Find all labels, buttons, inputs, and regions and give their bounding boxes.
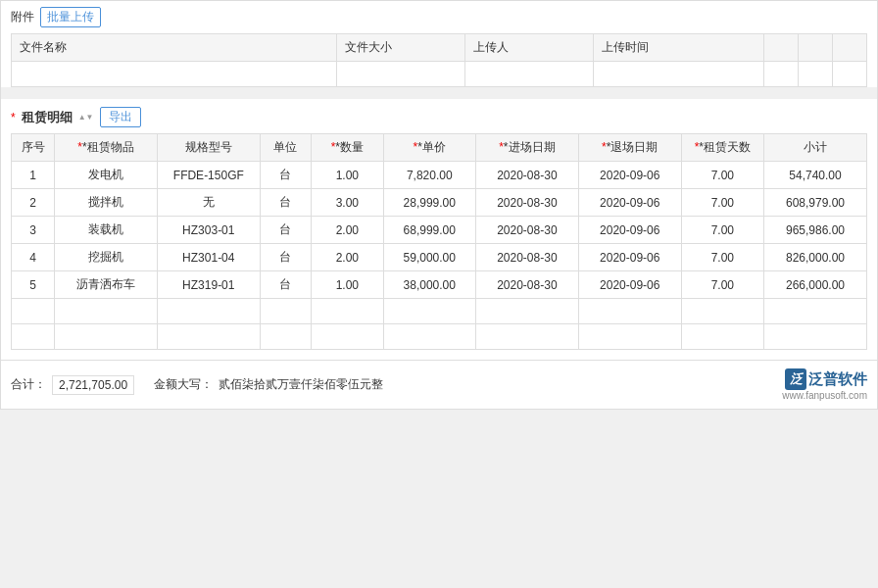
main-container: 附件 批量上传 文件名称 文件大小 上传人 上传时间 <box>0 0 878 410</box>
cell-item: 搅拌机 <box>55 189 158 217</box>
cell-qty: 1.00 <box>312 162 383 189</box>
cell-subtotal: 826,000.00 <box>764 244 867 271</box>
empty-rental-row <box>12 299 867 324</box>
col-filesize: 文件大小 <box>336 34 464 62</box>
total-value: 2,721,705.00 <box>52 375 134 395</box>
th-entry-date: **进场日期 <box>475 134 578 162</box>
cell-seq: 1 <box>12 162 55 189</box>
empty-rental-row <box>12 324 867 350</box>
cell-price: 59,000.00 <box>383 244 475 271</box>
batch-upload-button[interactable]: 批量上传 <box>40 7 101 27</box>
cell-subtotal: 965,986.00 <box>764 217 867 244</box>
cell-qty: 2.00 <box>312 244 383 271</box>
th-seq: 序号 <box>12 134 55 162</box>
attachment-header: 附件 批量上传 <box>11 7 867 27</box>
logo-url: www.fanpusoft.com <box>782 390 867 401</box>
cell-item: 沥青洒布车 <box>55 271 158 299</box>
cell-unit: 台 <box>260 189 311 217</box>
cell-qty: 2.00 <box>312 217 383 244</box>
cell-qty: 1.00 <box>312 271 383 299</box>
cell-seq: 2 <box>12 189 55 217</box>
sort-icon[interactable]: ▲▼ <box>78 114 94 122</box>
cell-exit_date: 2020-09-06 <box>578 271 681 299</box>
attachment-empty-row <box>12 62 867 87</box>
rental-section: * 租赁明细 ▲▼ 导出 序号 **租赁物品 规格型号 单位 **数量 <box>1 99 877 360</box>
rental-row-2: 2搅拌机无台3.0028,999.002020-08-302020-09-067… <box>12 189 867 217</box>
cell-price: 7,820.00 <box>383 162 475 189</box>
cell-subtotal: 266,000.00 <box>764 271 867 299</box>
cell-price: 28,999.00 <box>383 189 475 217</box>
cell-item: 挖掘机 <box>55 244 158 271</box>
cell-days: 7.00 <box>681 162 763 189</box>
cell-spec: HZ301-04 <box>157 244 260 271</box>
cell-days: 7.00 <box>681 244 763 271</box>
th-item: **租赁物品 <box>55 134 158 162</box>
col-extra3 <box>833 34 867 62</box>
cell-spec: FFDE-150GF <box>157 162 260 189</box>
export-button[interactable]: 导出 <box>100 107 141 127</box>
rental-row-3: 3装载机HZ303-01台2.0068,999.002020-08-302020… <box>12 217 867 244</box>
cell-unit: 台 <box>260 244 311 271</box>
cell-entry_date: 2020-08-30 <box>475 189 578 217</box>
th-exit-date: **退场日期 <box>578 134 681 162</box>
rental-row-1: 1发电机FFDE-150GF台1.007,820.002020-08-30202… <box>12 162 867 189</box>
th-price: **单价 <box>383 134 475 162</box>
attachment-label: 附件 <box>11 9 34 25</box>
th-subtotal: 小计 <box>764 134 867 162</box>
cell-unit: 台 <box>260 271 311 299</box>
cell-entry_date: 2020-08-30 <box>475 244 578 271</box>
cell-subtotal: 54,740.00 <box>764 162 867 189</box>
cell-exit_date: 2020-09-06 <box>578 217 681 244</box>
cell-item: 装载机 <box>55 217 158 244</box>
th-qty: **数量 <box>312 134 383 162</box>
rental-header-row: 序号 **租赁物品 规格型号 单位 **数量 **单价 **进场日期 <box>12 134 867 162</box>
footer-section: 合计： 2,721,705.00 金额大写： 贰佰柒拾贰万壹仟柒佰零伍元整 泛 … <box>1 360 877 409</box>
rental-header: * 租赁明细 ▲▼ 导出 <box>11 107 867 127</box>
rental-row-5: 5沥青洒布车HZ319-01台1.0038,000.002020-08-3020… <box>12 271 867 299</box>
cell-seq: 4 <box>12 244 55 271</box>
cell-spec: 无 <box>157 189 260 217</box>
cell-exit_date: 2020-09-06 <box>578 244 681 271</box>
cell-exit_date: 2020-09-06 <box>578 162 681 189</box>
section-spacer <box>1 87 877 99</box>
th-spec: 规格型号 <box>157 134 260 162</box>
cell-spec: HZ319-01 <box>157 271 260 299</box>
cell-exit_date: 2020-09-06 <box>578 189 681 217</box>
cell-item: 发电机 <box>55 162 158 189</box>
cell-days: 7.00 <box>681 189 763 217</box>
col-upload-time: 上传时间 <box>593 34 764 62</box>
col-filename: 文件名称 <box>12 34 337 62</box>
col-extra2 <box>799 34 833 62</box>
cell-spec: HZ303-01 <box>157 217 260 244</box>
cell-entry_date: 2020-08-30 <box>475 271 578 299</box>
rental-title: 租赁明细 <box>22 109 73 126</box>
logo-icon: 泛 <box>785 368 806 390</box>
col-uploader: 上传人 <box>464 34 593 62</box>
logo-area: 泛 泛普软件 www.fanpusoft.com <box>782 368 867 401</box>
cell-days: 7.00 <box>681 217 763 244</box>
rental-table: 序号 **租赁物品 规格型号 单位 **数量 **单价 **进场日期 <box>11 133 867 350</box>
rental-row-4: 4挖掘机HZ301-04台2.0059,000.002020-08-302020… <box>12 244 867 271</box>
logo-name: 泛普软件 <box>808 370 867 389</box>
amount-value: 贰佰柒拾贰万壹仟柒佰零伍元整 <box>219 376 383 393</box>
cell-unit: 台 <box>260 162 311 189</box>
logo-text: 泛 泛普软件 <box>785 368 867 390</box>
attachment-table: 文件名称 文件大小 上传人 上传时间 <box>11 33 867 87</box>
th-days: **租赁天数 <box>681 134 763 162</box>
cell-price: 38,000.00 <box>383 271 475 299</box>
total-label: 合计： <box>11 376 46 393</box>
attachment-section: 附件 批量上传 文件名称 文件大小 上传人 上传时间 <box>1 1 877 87</box>
cell-entry_date: 2020-08-30 <box>475 217 578 244</box>
cell-qty: 3.00 <box>312 189 383 217</box>
cell-seq: 5 <box>12 271 55 299</box>
cell-seq: 3 <box>12 217 55 244</box>
footer-amount: 金额大写： 贰佰柒拾贰万壹仟柒佰零伍元整 <box>154 376 383 393</box>
cell-unit: 台 <box>260 217 311 244</box>
col-extra1 <box>764 34 799 62</box>
rental-title-star: * <box>11 111 16 124</box>
cell-entry_date: 2020-08-30 <box>475 162 578 189</box>
cell-subtotal: 608,979.00 <box>764 189 867 217</box>
th-unit: 单位 <box>260 134 311 162</box>
cell-price: 68,999.00 <box>383 217 475 244</box>
footer-total: 合计： 2,721,705.00 <box>11 375 134 395</box>
